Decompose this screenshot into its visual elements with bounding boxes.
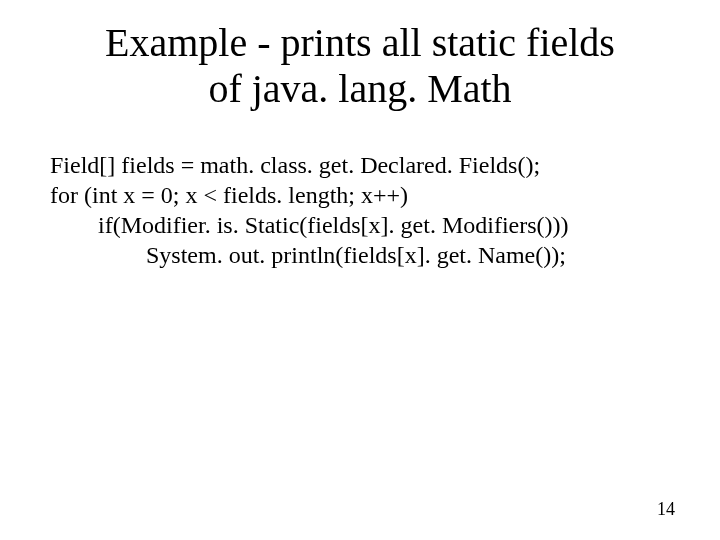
code-line-1: Field[] fields = math. class. get. Decla… (50, 152, 540, 178)
slide-title: Example - prints all static fields of ja… (0, 20, 720, 112)
title-line-1: Example - prints all static fields (105, 20, 615, 65)
code-block: Field[] fields = math. class. get. Decla… (50, 150, 670, 270)
code-line-4: System. out. println(fields[x]. get. Nam… (50, 242, 566, 268)
code-line-3: if(Modifier. is. Static(fields[x]. get. … (50, 212, 569, 238)
title-line-2: of java. lang. Math (208, 66, 511, 111)
page-number: 14 (657, 499, 675, 520)
code-line-2: for (int x = 0; x < fields. length; x++) (50, 182, 408, 208)
slide: Example - prints all static fields of ja… (0, 0, 720, 540)
